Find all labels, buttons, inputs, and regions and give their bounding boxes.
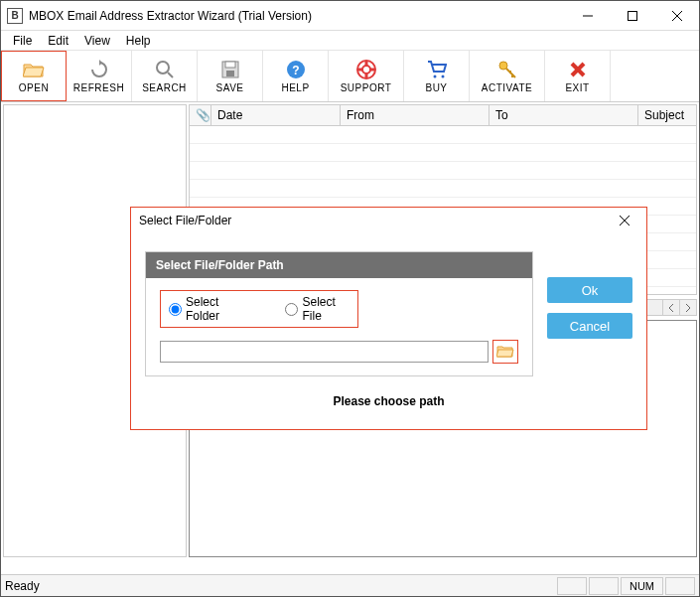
minimize-button[interactable] <box>565 1 610 30</box>
exit-icon <box>570 59 586 80</box>
dialog-title: Select File/Folder <box>139 214 619 227</box>
menu-file[interactable]: File <box>5 32 40 50</box>
activate-label: ACTIVATE <box>482 82 532 93</box>
svg-rect-1 <box>628 11 636 20</box>
support-icon <box>356 59 376 80</box>
window-title: MBOX Email Address Extractor Wizard (Tri… <box>29 9 565 23</box>
col-from[interactable]: From <box>341 105 490 125</box>
status-bar: Ready NUM <box>1 574 699 596</box>
scroll-right-icon[interactable] <box>679 300 696 315</box>
menu-help[interactable]: Help <box>118 32 159 50</box>
search-label: SEARCH <box>142 82 187 93</box>
radio-folder-label: Select Folder <box>186 295 245 323</box>
status-numlock: NUM <box>621 577 663 595</box>
status-cell <box>557 577 587 595</box>
svg-point-18 <box>441 75 444 78</box>
refresh-icon <box>89 59 109 80</box>
help-button[interactable]: ? HELP <box>263 51 329 101</box>
maximize-button[interactable] <box>610 1 654 30</box>
table-row <box>190 126 696 144</box>
email-grid-header: 📎 Date From To Subject <box>189 104 697 126</box>
svg-text:?: ? <box>292 64 299 77</box>
svg-point-19 <box>499 62 507 70</box>
refresh-label: REFRESH <box>73 82 124 93</box>
ok-button[interactable]: Ok <box>547 277 632 303</box>
svg-rect-7 <box>225 62 235 68</box>
select-file-folder-dialog: Select File/Folder Select File/Folder Pa… <box>130 207 647 430</box>
radio-select-file-input[interactable] <box>285 303 298 316</box>
browse-button[interactable] <box>492 340 518 364</box>
col-subject[interactable]: Subject <box>638 105 696 125</box>
save-label: SAVE <box>216 82 244 93</box>
buy-label: BUY <box>425 82 447 93</box>
search-icon <box>155 59 175 80</box>
table-row <box>190 180 696 198</box>
status-cell <box>589 577 619 595</box>
table-row <box>190 144 696 162</box>
radio-group: Select Folder Select File <box>160 290 358 328</box>
menu-bar: File Edit View Help <box>1 31 699 51</box>
app-icon: B <box>7 8 23 24</box>
exit-button[interactable]: EXIT <box>545 51 611 101</box>
radio-file-label: Select File <box>302 295 350 323</box>
cancel-button[interactable]: Cancel <box>547 313 632 339</box>
paperclip-icon: 📎 <box>196 108 210 122</box>
cart-icon <box>427 59 447 80</box>
radio-select-file[interactable]: Select File <box>285 295 350 323</box>
save-button[interactable]: SAVE <box>198 51 263 101</box>
refresh-button[interactable]: REFRESH <box>67 51 132 101</box>
support-label: SUPPORT <box>341 82 392 93</box>
title-bar: B MBOX Email Address Extractor Wizard (T… <box>1 1 699 31</box>
col-to[interactable]: To <box>490 105 638 125</box>
help-icon: ? <box>286 59 306 80</box>
open-button[interactable]: OPEN <box>1 51 67 101</box>
dialog-panel: Select File/Folder Path Select Folder Se… <box>145 251 533 376</box>
radio-select-folder[interactable]: Select Folder <box>169 295 245 323</box>
dialog-footer-text: Please choose path <box>131 386 646 420</box>
svg-point-12 <box>362 66 370 74</box>
search-button[interactable]: SEARCH <box>132 51 198 101</box>
help-label: HELP <box>281 82 309 93</box>
status-cell <box>665 577 695 595</box>
svg-point-4 <box>157 62 169 74</box>
buy-button[interactable]: BUY <box>404 51 470 101</box>
col-date[interactable]: Date <box>211 105 341 125</box>
col-attachment[interactable]: 📎 <box>190 105 211 125</box>
radio-select-folder-input[interactable] <box>169 303 182 316</box>
scroll-left-icon[interactable] <box>662 300 679 315</box>
table-row <box>190 162 696 180</box>
support-button[interactable]: SUPPORT <box>329 51 404 101</box>
dialog-panel-header: Select File/Folder Path <box>146 252 532 278</box>
status-text: Ready <box>5 579 555 593</box>
open-label: OPEN <box>19 82 49 93</box>
folder-open-icon <box>23 59 45 80</box>
save-icon <box>221 59 239 80</box>
svg-line-5 <box>168 73 173 77</box>
toolbar: OPEN REFRESH SEARCH SAVE ? HELP SUPPORT … <box>1 51 699 102</box>
close-button[interactable] <box>654 1 699 30</box>
svg-rect-8 <box>226 71 234 76</box>
exit-label: EXIT <box>565 82 589 93</box>
activate-button[interactable]: ACTIVATE <box>470 51 545 101</box>
dialog-close-button[interactable] <box>619 215 638 226</box>
path-input[interactable] <box>160 341 489 363</box>
dialog-titlebar: Select File/Folder <box>131 208 646 233</box>
menu-edit[interactable]: Edit <box>40 32 76 50</box>
menu-view[interactable]: View <box>76 32 118 50</box>
key-icon <box>497 59 517 80</box>
svg-point-17 <box>433 75 436 78</box>
folder-open-icon <box>496 345 514 359</box>
